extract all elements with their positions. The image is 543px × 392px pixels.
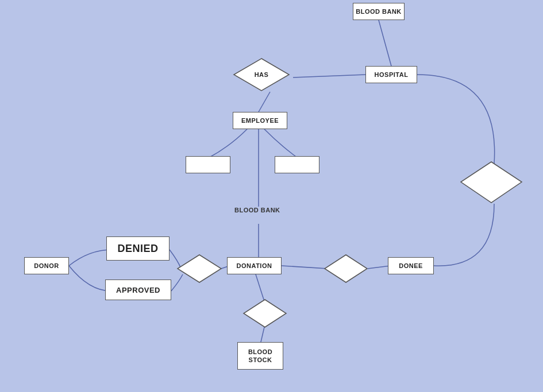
- donation-box: DONATION: [227, 257, 282, 274]
- left-diamond: [176, 254, 222, 284]
- svg-line-6: [282, 266, 328, 269]
- svg-marker-14: [244, 300, 286, 327]
- hospital-box: HOSPITAL: [365, 66, 417, 83]
- er-diagram: BLOOD BANK HOSPITAL HAS EMPLOYEE BLOOD B…: [0, 0, 543, 392]
- bottom-diamond: [242, 298, 287, 328]
- svg-marker-12: [178, 255, 221, 282]
- approved-box: APPROVED: [105, 280, 171, 300]
- attr2-box: [275, 156, 319, 173]
- blood-stock-box: BLOOD STOCK: [237, 342, 283, 370]
- right-diamond: [324, 254, 368, 284]
- blood-bank-mid-label: BLOOD BANK: [234, 207, 280, 214]
- blood-bank-top-box: BLOOD BANK: [353, 3, 405, 20]
- donee-box: DONEE: [388, 257, 434, 274]
- denied-box: DENIED: [106, 236, 170, 261]
- employee-box: EMPLOYEE: [233, 112, 287, 129]
- svg-marker-13: [325, 255, 367, 282]
- svg-line-2: [259, 92, 270, 112]
- attr1-box: [186, 156, 230, 173]
- donor-box: DONOR: [24, 257, 69, 274]
- big-diamond: [460, 161, 523, 204]
- svg-line-1: [293, 75, 365, 77]
- has-diamond: HAS: [233, 57, 290, 92]
- svg-line-8: [256, 274, 264, 301]
- svg-marker-10: [234, 59, 289, 91]
- svg-marker-11: [461, 162, 522, 203]
- svg-line-7: [368, 266, 391, 269]
- svg-line-0: [379, 20, 391, 66]
